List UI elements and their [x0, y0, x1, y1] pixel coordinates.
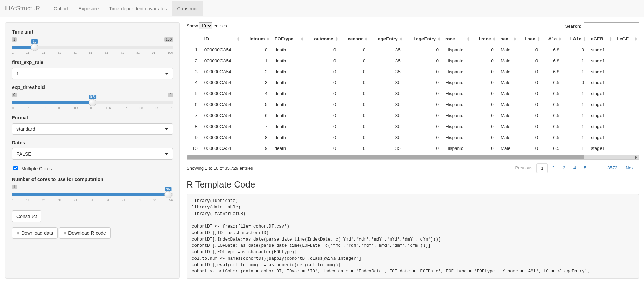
page-…: … — [591, 163, 603, 173]
exp-threshold-group: exp_threshold 0 1 0.5 00.10.20.30.40.50.… — [12, 85, 173, 110]
exp-threshold-label: exp_threshold — [12, 85, 173, 90]
table-length-control: Show 10 entries — [187, 22, 227, 30]
dates-label: Dates — [12, 140, 173, 145]
num-cores-min: 1 — [12, 185, 17, 189]
download-data-button[interactable]: Download data — [12, 227, 58, 239]
format-group: Format standard — [12, 115, 173, 135]
format-select[interactable]: standard — [12, 123, 173, 135]
num-cores-slider[interactable]: 1 x 96 111213141516171819196 — [12, 185, 173, 202]
table-search-control: Search: — [565, 22, 639, 30]
num-cores-label: Number of cores to use for computation — [12, 177, 173, 182]
exp-threshold-slider[interactable]: 0 1 0.5 00.10.20.30.40.50.60.70.80.91 — [12, 93, 173, 110]
multiple-cores-checkbox[interactable]: Multiple Cores — [12, 165, 173, 171]
table-row: 10000000CA549death00350Hispanic0Male06.5… — [187, 143, 639, 154]
sort-icon: ▲▼ — [237, 37, 240, 41]
slider-handle[interactable] — [31, 43, 38, 51]
table-row: 7000000CA546death00350Hispanic0Male06.51… — [187, 110, 639, 121]
table-row: 8000000CA547death00350Hispanic0Male06.51… — [187, 121, 639, 132]
dates-group: Dates FALSE — [12, 140, 173, 160]
column-header-censor[interactable]: censor▲▼ — [339, 34, 369, 44]
table-info: Showing 1 to 10 of 35,729 entries — [187, 166, 253, 171]
exp-threshold-max: 1 — [168, 93, 173, 97]
column-header-A1c[interactable]: A1c▲▼ — [541, 34, 563, 44]
data-table: ID▲▼intnum▲▼EOFtype▲▼outcome▲▼censor▲▼ag… — [187, 34, 639, 154]
time-unit-label: Time unit — [12, 29, 173, 35]
slider-handle[interactable] — [164, 191, 172, 198]
sort-icon: ▲▼ — [438, 37, 441, 41]
table-row: 5000000CA544death00350Hispanic0Male06.51… — [187, 88, 639, 99]
sort-icon: ▲▼ — [609, 37, 612, 41]
slider-handle[interactable] — [89, 99, 96, 106]
page-3[interactable]: 3 — [559, 163, 569, 173]
nav-tab-cohort[interactable]: Cohort — [49, 1, 73, 16]
sort-icon: ▲▼ — [493, 37, 496, 41]
length-select[interactable]: 10 — [199, 22, 212, 29]
column-header-sex[interactable]: sex▲▼ — [497, 34, 518, 44]
download-r-code-button[interactable]: Download R code — [59, 227, 111, 239]
download-icon — [16, 230, 21, 236]
construct-button[interactable]: Construct — [12, 210, 41, 222]
column-header-eGFR[interactable]: eGFR▲▼ — [588, 34, 614, 44]
nav-tab-time-dependent-covariates[interactable]: Time-dependent covariates — [104, 1, 172, 16]
sort-icon: ▲▼ — [365, 37, 368, 41]
app-brand: LtAtStructuR — [5, 5, 45, 12]
sort-icon: ▲▼ — [400, 37, 403, 41]
exp-threshold-min: 0 — [12, 93, 17, 97]
scroll-right-icon[interactable] — [635, 156, 637, 159]
column-header-l.ageEntry[interactable]: l.ageEntry▲▼ — [404, 34, 442, 44]
column-header-l.eGFR[interactable]: l.eGF▲▼ — [614, 34, 639, 44]
column-header-l.A1c[interactable]: l.A1c▲▼ — [563, 34, 588, 44]
page-prev[interactable]: Previous — [511, 163, 537, 173]
sidebar: Time unit 1 100 15 111213141516171819110… — [5, 22, 180, 279]
main-content: Show 10 entries Search: ID▲▼intnum▲▼EOFt… — [187, 22, 639, 279]
sort-icon: ▲▼ — [634, 37, 637, 41]
dates-select[interactable]: FALSE — [12, 148, 173, 160]
column-header-ID[interactable]: ID▲▼ — [201, 34, 241, 44]
column-header-race[interactable]: race▲▼ — [442, 34, 471, 44]
time-unit-max: 100 — [164, 37, 173, 42]
table-scroll[interactable]: ID▲▼intnum▲▼EOFtype▲▼outcome▲▼censor▲▼ag… — [187, 34, 639, 154]
page-3573[interactable]: 3573 — [603, 163, 621, 173]
num-cores-group: Number of cores to use for computation 1… — [12, 177, 173, 202]
page-next[interactable]: Next — [621, 163, 639, 173]
table-row: 2000000CA541death00350Hispanic0Male06.81… — [187, 55, 639, 66]
sort-icon: ▲▼ — [467, 37, 470, 41]
scrollbar-thumb[interactable] — [187, 155, 584, 159]
download-icon — [63, 230, 68, 236]
format-label: Format — [12, 115, 173, 120]
column-header-intnum[interactable]: intnum▲▼ — [241, 34, 271, 44]
nav-tab-construct[interactable]: Construct — [172, 1, 203, 16]
first-exp-rule-select[interactable]: 1 — [12, 68, 173, 79]
sort-icon: ▲▼ — [267, 37, 270, 41]
multiple-cores-input[interactable] — [13, 166, 18, 170]
first-exp-rule-group: first_exp_rule 1 — [12, 60, 173, 79]
sort-icon: ▲▼ — [513, 37, 516, 41]
chevron-down-icon — [165, 153, 168, 155]
page-4[interactable]: 4 — [569, 163, 580, 173]
page-2[interactable]: 2 — [548, 163, 558, 173]
table-row: 4000000CA543death00350Hispanic0Male06.50… — [187, 77, 639, 88]
column-header-EOFtype[interactable]: EOFtype▲▼ — [271, 34, 305, 44]
r-code-block: library(lubridate) library(data.table) l… — [187, 194, 639, 279]
sort-icon: ▲▼ — [558, 37, 561, 41]
chevron-down-icon — [165, 128, 168, 130]
column-header-ageEntry[interactable]: ageEntry▲▼ — [369, 34, 404, 44]
search-input[interactable] — [584, 22, 639, 30]
column-header-l.race[interactable]: l.race▲▼ — [471, 34, 497, 44]
page-1[interactable]: 1 — [536, 163, 548, 173]
column-header-outcome[interactable]: outcome▲▼ — [305, 34, 339, 44]
nav-tab-exposure[interactable]: Exposure — [73, 1, 104, 16]
column-header-rownum[interactable] — [187, 34, 201, 44]
pagination: Previous12345…3573Next — [511, 163, 639, 173]
sort-icon: ▲▼ — [301, 37, 304, 41]
chevron-down-icon — [165, 73, 168, 75]
navbar: LtAtStructuR CohortExposureTime-dependen… — [0, 0, 644, 17]
time-unit-group: Time unit 1 100 15 111213141516171819110… — [12, 29, 173, 54]
page-5[interactable]: 5 — [580, 163, 591, 173]
time-unit-slider[interactable]: 1 100 15 1112131415161718191100 — [12, 37, 173, 54]
column-header-l.sex[interactable]: l.sex▲▼ — [518, 34, 541, 44]
table-row: 6000000CA545death00350Hispanic0Male06.51… — [187, 99, 639, 110]
first-exp-rule-label: first_exp_rule — [12, 60, 173, 65]
table-row: 9000000CA548death00350Hispanic0Male06.51… — [187, 132, 639, 143]
horizontal-scrollbar[interactable] — [187, 155, 639, 160]
